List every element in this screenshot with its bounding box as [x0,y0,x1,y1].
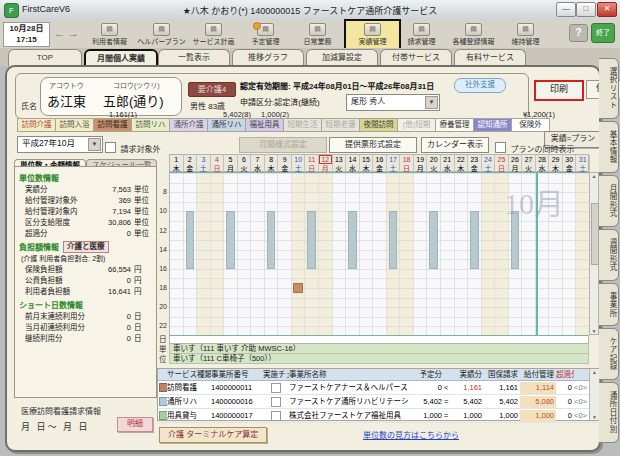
toolbar-item-schedule[interactable]: ▤予定管理 [240,21,291,47]
table-row-訪問看護[interactable]: 訪問看護1400000011ファーストケアナース＆ヘルパーステーション0<1,1… [158,381,599,395]
sheet-format-button[interactable]: 提供票形式設定 [329,137,417,153]
month-select[interactable]: 平成27年10月 ▼ [17,136,103,153]
toolbar-item-billing[interactable]: ▤請求管理 [396,21,447,47]
detail-button[interactable]: 明細 [117,417,153,432]
scrollbar-thumb[interactable] [591,203,599,265]
month-select-value: 平成27年10月 [22,138,75,148]
day-number: 16 [373,155,386,164]
tab-TOP[interactable]: TOP [8,49,82,66]
actual-units-cell: 5,402 [452,396,484,408]
service-button-福祉用具[interactable]: 福祉用具 [245,118,284,132]
checkbox-icon[interactable] [495,142,506,153]
day-number: 18 [400,155,413,164]
hour-label-22: 22 [157,322,167,329]
service-button-通所介護[interactable]: 通所介護 [169,118,208,132]
service-bar-day-23[interactable] [470,211,479,269]
toolbar-item-results[interactable]: ▤実績管理 [344,19,401,50]
service-button-訪問看護[interactable]: 訪問看護 [93,118,132,132]
day-number: 17 [387,155,400,164]
tab-加減算設定[interactable]: 加減算設定 [306,49,378,66]
scroll-up-icon[interactable]: ▲ [590,369,599,375]
calendar-scrollbar[interactable]: ▲ ▼ [589,172,599,335]
info-row-利用者負担額: 利用者負担額16,641円 [19,286,152,297]
help-button[interactable]: ? [569,24,588,42]
chevron-down-icon[interactable]: ▼ [88,138,101,151]
close-button[interactable]: ✕ [597,2,617,17]
day-header-1: 1木 [170,155,184,173]
chevron-down-icon[interactable]: ▼ [425,96,438,109]
row-checkbox[interactable] [271,397,281,407]
scroll-down-icon[interactable]: ▼ [590,328,598,334]
application-category: 申請区分:認定済(継続) [240,96,320,107]
toolbar-item-maintenance[interactable]: ▤維持管理 [500,21,551,47]
side-tab-月間形式[interactable]: 月間形式 [599,175,619,227]
service-button-療養管理[interactable]: 療養管理 [435,118,474,132]
back-arrow-icon[interactable]: ← [54,27,65,39]
toolbar-item-helper-plan[interactable]: ▤ヘルパープラン [136,21,187,47]
results-icon: ▤ [364,23,381,36]
service-bar-day-14[interactable] [348,211,357,269]
service-button-夜間訪問[interactable]: 夜間訪問 [359,118,398,132]
row-checkbox[interactable] [271,411,281,421]
scroll-up-icon[interactable]: ▲ [590,173,598,179]
day-number: 22 [455,155,468,164]
service-button-保険外[interactable]: 保険外 [511,118,550,132]
kaigo-iryo-button[interactable]: 介護と医療 [63,241,109,253]
side-tab-選択リスト[interactable]: 選択リスト [599,58,619,119]
service-bar-day-2[interactable] [186,211,195,269]
minimize-button[interactable]: — [556,2,576,17]
side-tab-基本情報[interactable]: 基本情報 [599,121,619,173]
side-tab-週間形式[interactable]: 週間形式 [599,229,619,281]
toolbar-item-daily-work[interactable]: ▤日常業務 [292,21,343,47]
info-unit: 単位 [131,206,152,217]
legend-color-icon [159,411,167,420]
table-row-通所リハ[interactable]: 通所リハ1400000016ファーストケア通所リハビリテーション5,402=5,… [158,395,599,409]
certification-period: 認定有効期間: 平成24年08月01日～平成26年08月31日 [240,80,434,91]
tab-付帯サービス[interactable]: 付帯サービス [380,49,452,66]
side-tab-通所日付別[interactable]: 通所日付別 [599,382,619,443]
calendar-display-button[interactable]: カレンダー表示 [421,137,489,153]
office-number-cell: 1400000011 [211,382,263,394]
terminal-care-button[interactable]: 介護 ターミナルケア算定 [159,427,267,443]
service-bar-day-17[interactable] [389,211,398,269]
service-bar-day-5[interactable] [226,211,235,269]
tab-推移グラフ[interactable]: 推移グラフ [232,49,304,66]
service-bar-day-11[interactable] [307,211,316,269]
side-tab-ケア記録[interactable]: ケア記録 [599,328,619,380]
toolbar-item-registration[interactable]: ▤各種登録情報 [448,21,499,47]
table-scrollbar[interactable]: ▲ ▼ [589,369,599,420]
support-badge: 社外支援 [454,78,506,93]
service-bar-day-8[interactable] [267,211,276,269]
row-checkbox[interactable] [271,383,281,393]
service-button-訪問リハ[interactable]: 訪問リハ [131,118,170,132]
exit-button[interactable]: 終了 [591,23,615,43]
service-button-通所リハ[interactable]: 通所リハ [207,118,246,132]
day-header-29: 29木 [549,155,563,173]
service-button-短期生活[interactable]: 短期生活 [283,118,322,132]
maximize-button[interactable]: □ [576,2,596,17]
calendar-grid[interactable]: 10月 [169,172,590,336]
care-manager-select[interactable]: 尾形 秀人 ▼ [346,94,440,111]
exclude-billing-label: 請求対象外 [120,145,160,154]
scroll-down-icon[interactable]: ▼ [590,414,599,420]
checkbox-icon[interactable] [105,142,116,153]
tab-有料サービス[interactable]: 有料サービス [454,49,526,66]
maintenance-icon: ▤ [517,23,534,36]
visit-block[interactable] [293,283,304,293]
service-button-(他)短期[interactable]: (他)短期 [397,118,436,132]
toolbar-item-service-plan[interactable]: ▤サービス計画 [188,21,239,47]
print-button[interactable]: 印刷 [534,80,584,101]
service-button-短期老健[interactable]: 短期老健 [321,118,360,132]
service-button-訪問介護[interactable]: 訪問介護 [17,118,56,132]
service-button-認知通所[interactable]: 認知通所 [473,118,512,132]
service-bar-day-20[interactable] [429,211,438,269]
forward-arrow-icon[interactable]: → [68,27,79,39]
day-header-9: 9金 [278,155,292,173]
service-button-訪問入浴[interactable]: 訪問入浴 [55,118,94,132]
tab-一覧表示[interactable]: 一覧表示 [158,49,230,66]
side-tab-事業所[interactable]: 事業所 [599,283,619,326]
toolbar-item-user-info[interactable]: ▤利用者情報 [84,21,135,47]
units-help-link[interactable]: 単位数の見方はこちらから [363,429,459,440]
table-row-用具貸与[interactable]: 用具貸与1400000017株式会社ファーストケア福祉用具1,000=1,000… [158,409,599,423]
kyufu-cell: 1,114 [520,382,556,394]
